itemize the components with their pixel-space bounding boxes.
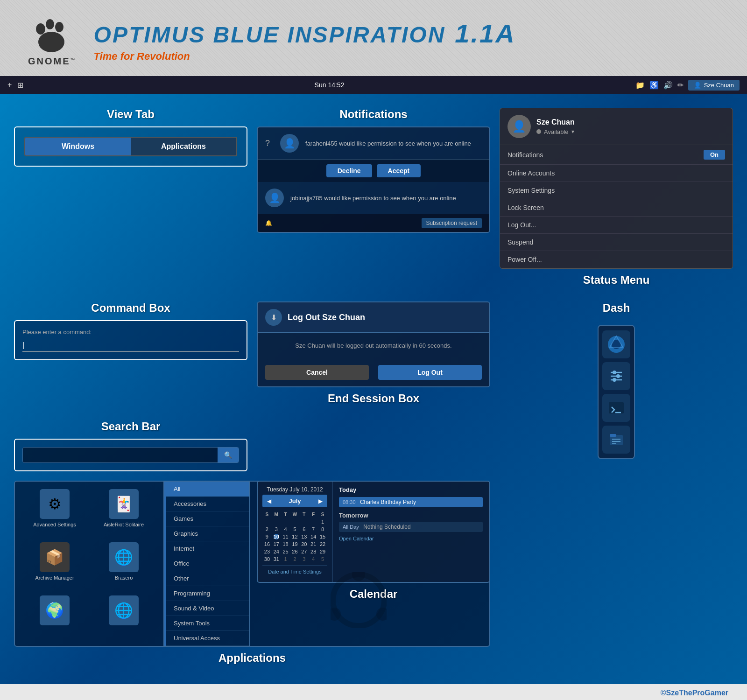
search-input[interactable] bbox=[23, 448, 218, 462]
cal-day[interactable] bbox=[281, 518, 290, 525]
cal-day[interactable]: 14 bbox=[309, 533, 318, 540]
cat-internet[interactable]: Internet bbox=[166, 541, 249, 556]
cat-graphics[interactable]: Graphics bbox=[166, 526, 249, 541]
cal-day[interactable]: 19 bbox=[290, 540, 300, 548]
cal-day[interactable]: 2 bbox=[290, 555, 300, 563]
open-calendar-link[interactable]: Open Calendar bbox=[339, 536, 483, 541]
cal-day[interactable]: 8 bbox=[318, 525, 327, 533]
cat-system-tools[interactable]: System Tools bbox=[166, 616, 249, 631]
cat-universal-access[interactable]: Universal Access bbox=[166, 631, 249, 646]
app-item-archive-manager[interactable]: 📦 Archive Manager bbox=[22, 542, 87, 591]
cal-today-cell[interactable]: 10 bbox=[272, 533, 281, 540]
app-item-web[interactable]: 🌐 bbox=[92, 595, 156, 638]
cat-all[interactable]: All bbox=[166, 482, 249, 497]
user-menu-button[interactable]: 👤 Sze Chuan bbox=[688, 80, 740, 91]
accessibility-icon[interactable]: ♿ bbox=[649, 81, 659, 90]
cal-day[interactable]: 15 bbox=[318, 533, 327, 540]
cal-day[interactable]: 24 bbox=[272, 548, 281, 555]
cal-day[interactable]: 3 bbox=[272, 525, 281, 533]
cal-day[interactable]: 18 bbox=[281, 540, 290, 548]
cal-next-button[interactable]: ▶ bbox=[318, 498, 323, 504]
app-item-advanced-settings[interactable]: ⚙ Advanced Settings bbox=[22, 489, 87, 538]
app-item-brasero[interactable]: 🌐 Brasero bbox=[92, 542, 156, 591]
cat-office[interactable]: Office bbox=[166, 556, 249, 571]
add-icon[interactable]: + bbox=[7, 81, 12, 89]
lock-screen-item[interactable]: Lock Screen bbox=[500, 199, 733, 217]
cal-day[interactable]: 25 bbox=[281, 548, 290, 555]
cal-day[interactable]: 1 bbox=[281, 555, 290, 563]
cal-day[interactable]: 23 bbox=[262, 548, 272, 555]
cal-day[interactable]: 22 bbox=[318, 540, 327, 548]
cat-games[interactable]: Games bbox=[166, 511, 249, 526]
cal-day[interactable]: 28 bbox=[309, 548, 318, 555]
cal-day[interactable]: 20 bbox=[299, 540, 309, 548]
search-button[interactable]: 🔍 bbox=[218, 448, 239, 462]
cal-day[interactable] bbox=[290, 518, 300, 525]
windows-tab-button[interactable]: Windows bbox=[25, 138, 131, 155]
decline-button[interactable]: Decline bbox=[326, 164, 372, 177]
command-input[interactable] bbox=[22, 339, 239, 352]
volume-icon[interactable]: 🔊 bbox=[663, 81, 673, 90]
app-title: OPTiMUS BLUE iNSPiRATiON bbox=[94, 22, 446, 48]
cal-day[interactable]: 6 bbox=[299, 525, 309, 533]
cal-day[interactable]: 7 bbox=[309, 525, 318, 533]
cal-day[interactable]: 2 bbox=[262, 525, 272, 533]
cat-sound-video[interactable]: Sound & Video bbox=[166, 601, 249, 616]
subscription-request-button[interactable]: Subscription request bbox=[422, 218, 482, 228]
dash-app-chromium[interactable] bbox=[602, 330, 630, 358]
dash-box bbox=[598, 325, 635, 459]
cal-day[interactable]: 21 bbox=[309, 540, 318, 548]
log-out-item[interactable]: Log Out... bbox=[500, 217, 733, 234]
cat-programming[interactable]: Programming bbox=[166, 586, 249, 601]
cal-day[interactable]: 29 bbox=[318, 548, 327, 555]
app-item-solitaire[interactable]: 🃏 AisleRiot Solitaire bbox=[92, 489, 156, 538]
files-icon[interactable]: 📁 bbox=[635, 81, 645, 90]
power-off-item[interactable]: Power Off... bbox=[500, 251, 733, 268]
notifications-row[interactable]: Notifications On bbox=[500, 145, 733, 165]
cal-day[interactable]: 5 bbox=[290, 525, 300, 533]
cal-day[interactable]: 26 bbox=[290, 548, 300, 555]
apps-icons-grid: ⚙ Advanced Settings 🃏 AisleRiot Solitair… bbox=[15, 482, 164, 646]
cal-day[interactable]: 27 bbox=[299, 548, 309, 555]
applications-tab-button[interactable]: Applications bbox=[131, 138, 236, 155]
notifications-toggle[interactable]: On bbox=[704, 150, 725, 160]
online-accounts-item[interactable]: Online Accounts bbox=[500, 165, 733, 182]
status-user-row[interactable]: 👤 Sze Chuan Available ▾ bbox=[500, 108, 733, 145]
dash-app-terminal[interactable] bbox=[602, 394, 630, 422]
system-settings-item[interactable]: System Settings bbox=[500, 182, 733, 199]
cal-day[interactable]: 4 bbox=[309, 555, 318, 563]
cal-day[interactable] bbox=[309, 518, 318, 525]
suspend-item[interactable]: Suspend bbox=[500, 234, 733, 251]
cal-day[interactable]: 9 bbox=[262, 533, 272, 540]
cal-day[interactable]: 12 bbox=[290, 533, 300, 540]
cal-day[interactable]: 11 bbox=[281, 533, 290, 540]
edit-icon[interactable]: ✏ bbox=[677, 81, 684, 90]
cat-accessories[interactable]: Accessories bbox=[166, 497, 249, 511]
cal-day[interactable]: 5 bbox=[318, 555, 327, 563]
cal-day[interactable]: 30 bbox=[262, 555, 272, 563]
cal-prev-button[interactable]: ◀ bbox=[267, 498, 271, 504]
cal-day[interactable] bbox=[262, 518, 272, 525]
cal-day[interactable]: 31 bbox=[272, 555, 281, 563]
app-item-browser[interactable]: 🌍 bbox=[22, 595, 87, 638]
cal-day[interactable]: 3 bbox=[299, 555, 309, 563]
cat-other[interactable]: Other bbox=[166, 571, 249, 586]
title-area: OPTiMUS BLUE iNSPiRATiON 1.1a Time for R… bbox=[94, 18, 516, 63]
end-session-cancel-button[interactable]: Cancel bbox=[265, 365, 369, 380]
cal-day[interactable]: 16 bbox=[262, 540, 272, 548]
cal-day[interactable]: 1 bbox=[318, 518, 327, 525]
header: GNOME™ OPTiMUS BLUE iNSPiRATiON 1.1a Tim… bbox=[0, 0, 747, 76]
cal-day[interactable]: 4 bbox=[281, 525, 290, 533]
cal-day[interactable] bbox=[299, 518, 309, 525]
accept-button[interactable]: Accept bbox=[377, 164, 421, 177]
cal-day[interactable]: 13 bbox=[299, 533, 309, 540]
dash-app-settings[interactable] bbox=[602, 362, 630, 390]
date-time-settings-link[interactable]: Date and Time Settings bbox=[262, 566, 327, 577]
cal-day[interactable] bbox=[272, 518, 281, 525]
dash-app-files[interactable] bbox=[602, 426, 630, 454]
subtitle: Time for Revolution bbox=[94, 50, 516, 63]
end-session-logout-button[interactable]: Log Out bbox=[378, 365, 482, 380]
cal-day[interactable]: 17 bbox=[272, 540, 281, 548]
svg-point-15 bbox=[613, 378, 616, 382]
activities-icon[interactable]: ⊞ bbox=[17, 81, 23, 90]
